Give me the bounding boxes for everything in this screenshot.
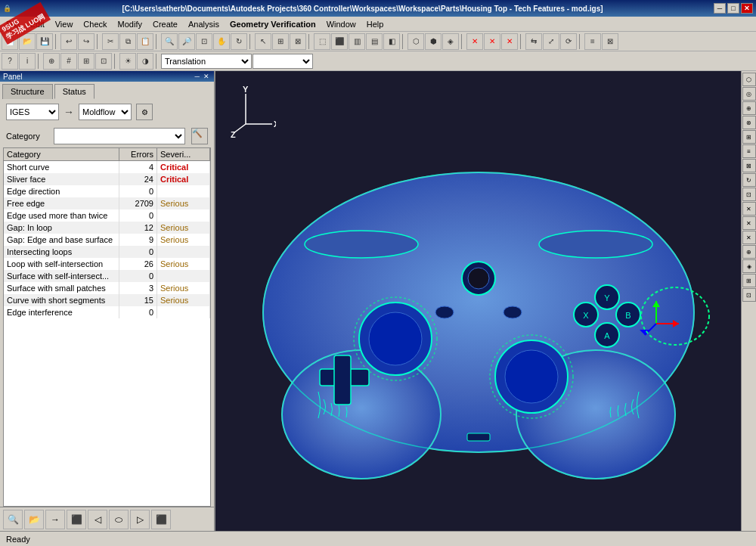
tb-zoom-out[interactable]: 🔎 bbox=[178, 33, 195, 50]
tb-move[interactable]: ⇆ bbox=[525, 33, 542, 50]
rs-btn-6[interactable]: ≡ bbox=[742, 144, 756, 158]
menu-view[interactable]: View bbox=[51, 18, 78, 30]
rs-btn-3[interactable]: ⊕ bbox=[742, 101, 756, 115]
tb-undo[interactable]: ↩ bbox=[60, 33, 77, 50]
tb-wire[interactable]: ⬡ bbox=[407, 33, 424, 50]
to-format-select[interactable]: Moldflow bbox=[79, 104, 132, 120]
tb-paste[interactable]: 📋 bbox=[137, 33, 153, 50]
tb2-axis[interactable]: ⊞ bbox=[78, 53, 94, 70]
menu-analysis[interactable]: Analysis bbox=[184, 18, 224, 30]
rs-btn-14[interactable]: ◈ bbox=[742, 259, 756, 273]
tb-back[interactable]: ⬛ bbox=[331, 33, 348, 50]
tb-cut[interactable]: ✂ bbox=[102, 33, 119, 50]
coord-select[interactable]: Translation Rotation bbox=[161, 54, 252, 69]
tb2-help[interactable]: ? bbox=[2, 53, 18, 70]
tb-zoom-fit[interactable]: ⊡ bbox=[196, 33, 212, 50]
rs-btn-4[interactable]: ⊗ bbox=[742, 116, 756, 129]
table-row[interactable]: Gap: Edge and base surface 9 Serious bbox=[4, 234, 210, 246]
panel-minimize-btn[interactable]: ─ bbox=[194, 73, 201, 80]
tb-select-all[interactable]: ⊞ bbox=[272, 33, 289, 50]
tb-mirror[interactable]: ⊠ bbox=[602, 33, 618, 50]
menu-create[interactable]: Create bbox=[148, 18, 182, 30]
close-button[interactable]: ✕ bbox=[741, 3, 753, 14]
menu-help[interactable]: Help bbox=[362, 18, 389, 30]
rs-btn-9[interactable]: ⊡ bbox=[742, 188, 756, 201]
tb-rotate2[interactable]: ⟳ bbox=[560, 33, 577, 50]
panel-btn-4[interactable]: ⬛ bbox=[67, 510, 86, 529]
tb2-snap[interactable]: ⊕ bbox=[43, 53, 60, 70]
tb2-render[interactable]: ◑ bbox=[137, 53, 153, 70]
menu-window[interactable]: Window bbox=[322, 18, 361, 30]
error-table[interactable]: Category Errors Severi... Short curve 4 … bbox=[3, 147, 211, 507]
panel-btn-7[interactable]: ▷ bbox=[130, 510, 150, 529]
table-row[interactable]: Edge direction 0 bbox=[4, 185, 210, 197]
maximize-button[interactable]: □ bbox=[727, 3, 739, 14]
rs-btn-11[interactable]: ✕ bbox=[742, 216, 756, 230]
rs-btn-13[interactable]: ⊕ bbox=[742, 245, 756, 259]
table-row[interactable]: Intersecting loops 0 bbox=[4, 246, 210, 258]
tb-top[interactable]: ▥ bbox=[349, 33, 365, 50]
rs-btn-16[interactable]: ⊡ bbox=[742, 288, 756, 302]
coord-select2[interactable] bbox=[253, 54, 313, 69]
conversion-settings-btn[interactable]: ⚙ bbox=[136, 104, 153, 120]
panel-btn-5[interactable]: ◁ bbox=[88, 510, 107, 529]
category-select[interactable] bbox=[54, 128, 185, 144]
table-row[interactable]: Edge interference 0 bbox=[4, 306, 210, 318]
rs-btn-1[interactable]: ⬡ bbox=[742, 73, 756, 86]
panel-close-btn[interactable]: ✕ bbox=[202, 73, 211, 80]
category-action-btn[interactable]: 🔨 bbox=[191, 128, 208, 144]
rs-btn-12[interactable]: ✕ bbox=[742, 231, 756, 244]
tb-redo[interactable]: ↪ bbox=[78, 33, 94, 50]
panel-btn-3[interactable]: → bbox=[45, 510, 65, 529]
panel-btn-6[interactable]: ⬭ bbox=[109, 510, 129, 529]
tb2-light[interactable]: ☀ bbox=[119, 53, 136, 70]
tb-save[interactable]: 💾 bbox=[36, 33, 53, 50]
svg-rect-17 bbox=[334, 355, 351, 405]
tb-front[interactable]: ⬚ bbox=[314, 33, 330, 50]
tb-mesh2[interactable]: ✕ bbox=[484, 33, 500, 50]
menu-modify[interactable]: Modify bbox=[113, 18, 147, 30]
panel-btn-2[interactable]: 📂 bbox=[24, 510, 44, 529]
tb-rotate[interactable]: ↻ bbox=[231, 33, 247, 50]
table-row[interactable]: Sliver face 24 Critical bbox=[4, 173, 210, 185]
from-format-select[interactable]: IGES bbox=[6, 104, 59, 120]
tb-mesh[interactable]: ✕ bbox=[466, 33, 483, 50]
table-row[interactable]: Surface with small patches 3 Serious bbox=[4, 282, 210, 294]
rs-btn-2[interactable]: ◎ bbox=[742, 87, 756, 101]
tb2-grid[interactable]: # bbox=[60, 53, 77, 70]
rs-btn-10[interactable]: ✕ bbox=[742, 202, 756, 216]
tab-status[interactable]: Status bbox=[54, 84, 94, 99]
tb-shaded[interactable]: ⬢ bbox=[425, 33, 442, 50]
rs-btn-5[interactable]: ⊞ bbox=[742, 130, 756, 144]
panel-btn-8[interactable]: ⬛ bbox=[151, 510, 171, 529]
tb-pan[interactable]: ✋ bbox=[213, 33, 230, 50]
tb-shade-wire[interactable]: ◈ bbox=[442, 33, 459, 50]
tb-deselect[interactable]: ⊠ bbox=[290, 33, 306, 50]
tb-zoom-in[interactable]: 🔍 bbox=[161, 33, 178, 50]
tb-mesh3[interactable]: ✕ bbox=[501, 33, 518, 50]
tb2-info[interactable]: i bbox=[19, 53, 36, 70]
menu-check[interactable]: Check bbox=[79, 18, 111, 30]
table-row[interactable]: Free edge 2709 Serious bbox=[4, 197, 210, 209]
table-row[interactable]: Gap: In loop 12 Serious bbox=[4, 222, 210, 234]
minimize-button[interactable]: ─ bbox=[714, 3, 726, 14]
rs-btn-8[interactable]: ↻ bbox=[742, 173, 756, 187]
table-row[interactable]: Loop with self-intersection 26 Serious bbox=[4, 258, 210, 270]
tb-copy[interactable]: ⧉ bbox=[119, 33, 136, 50]
panel-btn-1[interactable]: 🔍 bbox=[3, 510, 23, 529]
table-row[interactable]: Short curve 4 Critical bbox=[4, 161, 210, 174]
tb-align[interactable]: ≡ bbox=[584, 33, 601, 50]
table-row[interactable]: Surface with self-intersect... 0 bbox=[4, 270, 210, 282]
menu-geometry-verification[interactable]: Geometry Verification bbox=[225, 18, 321, 30]
table-row[interactable]: Edge used more than twice 0 bbox=[4, 209, 210, 222]
rs-btn-15[interactable]: ⊞ bbox=[742, 274, 756, 287]
tb-scale[interactable]: ⤢ bbox=[543, 33, 559, 50]
tb-select[interactable]: ↖ bbox=[255, 33, 271, 50]
tab-structure[interactable]: Structure bbox=[2, 84, 53, 99]
table-row[interactable]: Curve with short segments 15 Serious bbox=[4, 294, 210, 306]
rs-btn-7[interactable]: ⊠ bbox=[742, 159, 756, 172]
viewport[interactable]: Y X Z bbox=[215, 71, 741, 531]
tb-right[interactable]: ▤ bbox=[366, 33, 383, 50]
tb2-xyz[interactable]: ⊡ bbox=[95, 53, 112, 70]
tb-iso[interactable]: ◧ bbox=[383, 33, 400, 50]
